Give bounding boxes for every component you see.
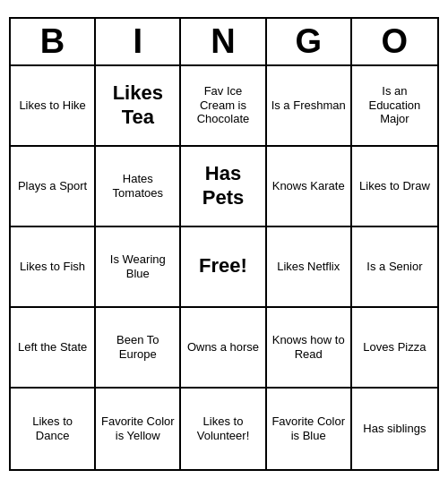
bingo-grid: Likes to HikeLikes TeaFav Ice Cream is C… [11, 66, 437, 469]
bingo-cell-text-2: Fav Ice Cream is Chocolate [185, 84, 261, 126]
bingo-cell-1[interactable]: Likes Tea [96, 66, 181, 147]
bingo-cell-17[interactable]: Owns a horse [181, 308, 266, 389]
bingo-cell-text-5: Plays a Sport [18, 179, 87, 193]
bingo-cell-3[interactable]: Is a Freshman [267, 66, 352, 147]
bingo-cell-2[interactable]: Fav Ice Cream is Chocolate [181, 66, 266, 147]
bingo-cell-text-3: Is a Freshman [271, 98, 346, 113]
bingo-cell-text-18: Knows how to Read [271, 333, 347, 361]
bingo-cell-text-6: Hates Tomatoes [99, 172, 176, 200]
bingo-cell-16[interactable]: Been To Europe [96, 308, 181, 389]
bingo-letter-g: G [267, 19, 352, 64]
bingo-cell-11[interactable]: Is Wearing Blue [96, 227, 181, 308]
bingo-cell-19[interactable]: Loves Pizza [352, 308, 437, 389]
bingo-cell-text-12: Free! [199, 254, 247, 278]
bingo-cell-13[interactable]: Likes Netflix [267, 227, 352, 308]
bingo-cell-text-1: Likes Tea [99, 81, 176, 129]
bingo-cell-text-16: Been To Europe [99, 333, 176, 361]
bingo-cell-18[interactable]: Knows how to Read [267, 308, 352, 389]
bingo-cell-text-11: Is Wearing Blue [99, 252, 176, 280]
bingo-cell-text-7: Has Pets [185, 162, 261, 209]
bingo-letter-o: O [352, 19, 437, 64]
bingo-cell-text-22: Likes to Volunteer! [185, 414, 261, 442]
bingo-cell-text-13: Likes Netflix [277, 260, 340, 274]
bingo-cell-7[interactable]: Has Pets [181, 147, 266, 227]
bingo-cell-15[interactable]: Left the State [11, 308, 96, 389]
bingo-cell-text-10: Likes to Fish [20, 260, 85, 274]
bingo-card: BINGO Likes to HikeLikes TeaFav Ice Crea… [9, 17, 439, 471]
bingo-cell-text-0: Likes to Hike [19, 98, 85, 113]
bingo-cell-14[interactable]: Is a Senior [352, 227, 437, 308]
bingo-header: BINGO [11, 19, 437, 66]
bingo-cell-22[interactable]: Likes to Volunteer! [181, 389, 266, 469]
bingo-cell-9[interactable]: Likes to Draw [352, 147, 437, 227]
bingo-cell-4[interactable]: Is an Education Major [352, 66, 437, 147]
bingo-cell-10[interactable]: Likes to Fish [11, 227, 96, 308]
bingo-cell-24[interactable]: Has siblings [352, 389, 437, 469]
bingo-cell-20[interactable]: Likes to Dance [11, 389, 96, 469]
bingo-cell-text-17: Owns a horse [187, 340, 259, 355]
bingo-letter-b: B [11, 19, 96, 64]
bingo-letter-n: N [181, 19, 266, 64]
bingo-cell-text-19: Loves Pizza [363, 340, 426, 355]
bingo-cell-text-8: Knows Karate [272, 179, 345, 193]
bingo-cell-text-9: Likes to Draw [359, 179, 430, 193]
bingo-cell-8[interactable]: Knows Karate [267, 147, 352, 227]
bingo-cell-text-24: Has siblings [363, 422, 426, 436]
bingo-cell-text-14: Is a Senior [366, 260, 422, 274]
bingo-cell-21[interactable]: Favorite Color is Yellow [96, 389, 181, 469]
bingo-cell-5[interactable]: Plays a Sport [11, 147, 96, 227]
bingo-cell-6[interactable]: Hates Tomatoes [96, 147, 181, 227]
bingo-cell-text-21: Favorite Color is Yellow [99, 414, 176, 442]
bingo-letter-i: I [96, 19, 181, 64]
bingo-cell-text-4: Is an Education Major [356, 84, 434, 126]
bingo-cell-23[interactable]: Favorite Color is Blue [267, 389, 352, 469]
bingo-cell-12[interactable]: Free! [181, 227, 266, 308]
bingo-cell-text-23: Favorite Color is Blue [271, 414, 347, 442]
bingo-cell-text-15: Left the State [18, 340, 87, 355]
bingo-cell-text-20: Likes to Dance [14, 414, 90, 442]
bingo-cell-0[interactable]: Likes to Hike [11, 66, 96, 147]
